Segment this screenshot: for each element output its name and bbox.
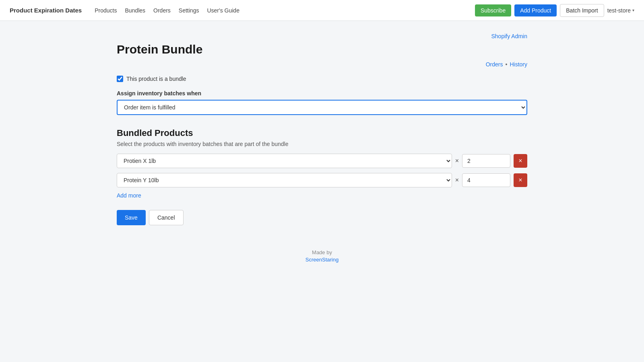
- assign-inventory-label: Assign inventory batches when: [117, 90, 527, 97]
- nav-orders[interactable]: Orders: [153, 7, 171, 14]
- multiply-icon-2: ×: [455, 177, 459, 184]
- save-button[interactable]: Save: [117, 210, 146, 225]
- nav-links: Products Bundles Orders Settings User's …: [95, 7, 465, 14]
- nav-bundles[interactable]: Bundles: [125, 7, 145, 14]
- bundle-product-select-2[interactable]: Protein Y 10lb: [117, 173, 452, 187]
- shopify-admin-link[interactable]: Shopify Admin: [491, 33, 528, 39]
- bundle-row: Protien X 1lb × ×: [117, 154, 527, 168]
- remove-bundle-1-button[interactable]: ×: [514, 154, 527, 168]
- main-content: Shopify Admin Protein Bundle Orders • Hi…: [101, 21, 543, 291]
- remove-bundle-2-button[interactable]: ×: [514, 173, 527, 187]
- close-icon: ×: [518, 177, 522, 184]
- footer: Made by ScreenStaring: [117, 249, 527, 279]
- bundle-checkbox-label: This product is a bundle: [126, 76, 186, 82]
- assign-inventory-select[interactable]: Order item is fulfilled Order is placed …: [117, 100, 527, 115]
- subscribe-button[interactable]: Subscribe: [475, 4, 511, 16]
- quantity-input-2[interactable]: [462, 173, 510, 187]
- page-title: Protein Bundle: [117, 43, 527, 56]
- cancel-button[interactable]: Cancel: [149, 210, 184, 225]
- bundled-products-title: Bundled Products: [117, 128, 527, 138]
- bundle-row: Protein Y 10lb × ×: [117, 173, 527, 187]
- app-brand: Product Expiration Dates: [10, 7, 82, 14]
- add-product-button[interactable]: Add Product: [514, 4, 557, 16]
- bundle-checkbox[interactable]: [117, 76, 123, 82]
- assign-inventory-field: Assign inventory batches when Order item…: [117, 90, 527, 115]
- footer-company-link[interactable]: ScreenStaring: [305, 257, 339, 263]
- multiply-icon-1: ×: [455, 157, 459, 165]
- bundled-products-subtitle: Select the products with inventory batch…: [117, 141, 527, 147]
- history-link[interactable]: History: [510, 61, 527, 68]
- footer-made-by-label: Made by: [117, 249, 527, 255]
- store-name: test-store: [607, 7, 631, 14]
- nav-settings[interactable]: Settings: [179, 7, 199, 14]
- top-right-links: Shopify Admin: [117, 33, 527, 39]
- order-history-links: Orders • History: [117, 61, 527, 68]
- close-icon: ×: [518, 157, 522, 165]
- quantity-input-1[interactable]: [462, 154, 510, 168]
- bundle-product-select-1[interactable]: Protien X 1lb: [117, 154, 452, 168]
- separator: •: [506, 61, 508, 68]
- orders-link[interactable]: Orders: [486, 61, 503, 68]
- form-actions: Save Cancel: [117, 210, 527, 225]
- bundle-checkbox-row: This product is a bundle: [117, 76, 527, 82]
- store-selector[interactable]: test-store ▾: [607, 7, 634, 14]
- add-more-link[interactable]: Add more: [117, 192, 141, 199]
- nav-products[interactable]: Products: [95, 7, 117, 14]
- nav-users-guide[interactable]: User's Guide: [207, 7, 239, 14]
- chevron-down-icon: ▾: [632, 8, 634, 12]
- batch-import-button[interactable]: Batch Import: [560, 4, 604, 17]
- navbar: Product Expiration Dates Products Bundle…: [0, 0, 644, 21]
- navbar-actions: Subscribe Add Product Batch Import test-…: [475, 4, 634, 17]
